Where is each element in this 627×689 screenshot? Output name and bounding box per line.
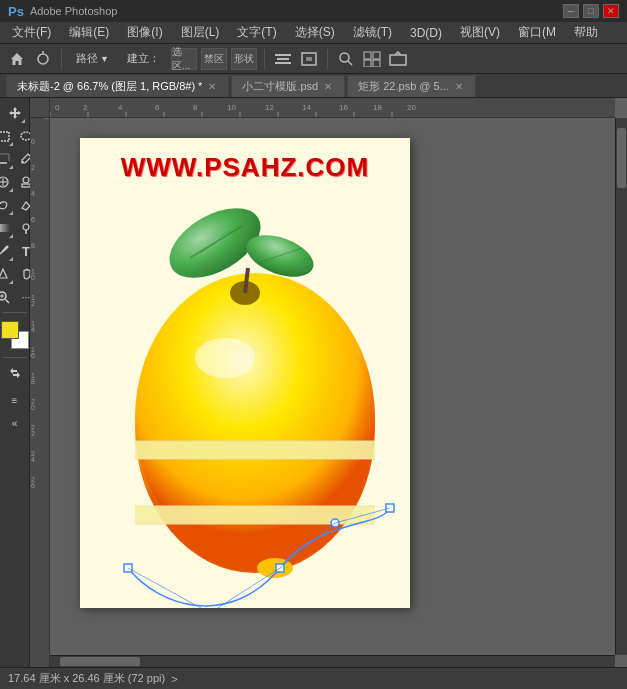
scrollbar-vertical[interactable] [615, 118, 627, 655]
options-toolbar: 路径 ▼ 建立： 选区... 禁区 形状 [0, 44, 627, 74]
svg-line-96 [220, 231, 230, 236]
tab-main[interactable]: 未标题-2 @ 66.7% (图层 1, RGB/8#) * ✕ [6, 75, 229, 97]
svg-point-90 [257, 558, 293, 578]
toolbar-separator-1 [61, 49, 62, 69]
svg-point-28 [23, 224, 29, 230]
svg-text:4: 4 [118, 103, 123, 112]
align-icon[interactable] [272, 48, 294, 70]
anchor-point-2 [276, 564, 284, 572]
close-button[interactable]: ✕ [603, 4, 619, 18]
tab-rect[interactable]: 矩形 22.psb @ 5... ✕ [347, 75, 476, 97]
tool-row-1 [4, 102, 26, 124]
minimize-button[interactable]: ─ [563, 4, 579, 18]
anchor-point-1 [124, 564, 132, 572]
svg-line-102 [335, 508, 390, 523]
svg-text:2: 2 [31, 430, 35, 437]
tool-more-options[interactable]: ≡ [4, 389, 26, 411]
anchor-point-3 [386, 504, 394, 512]
menu-file[interactable]: 文件(F) [4, 22, 59, 43]
svg-line-95 [200, 243, 215, 253]
tool-collapse[interactable]: « [4, 412, 26, 434]
svg-line-99 [128, 568, 210, 608]
tab-template-close[interactable]: ✕ [322, 81, 334, 93]
menu-view[interactable]: 视图(V) [452, 22, 508, 43]
selection-btn[interactable]: 选区... [171, 48, 197, 70]
svg-rect-27 [0, 224, 9, 232]
tool-switch-colors[interactable] [4, 362, 26, 384]
svg-rect-13 [390, 55, 406, 65]
arrange-icon[interactable] [361, 48, 383, 70]
search-icon[interactable] [335, 48, 357, 70]
menu-edit[interactable]: 编辑(E) [61, 22, 117, 43]
menu-layer[interactable]: 图层(L) [173, 22, 228, 43]
tool-zoom[interactable] [0, 286, 14, 308]
tab-rect-label: 矩形 22.psb @ 5... [358, 79, 449, 94]
tool-move[interactable] [4, 102, 26, 124]
menu-help[interactable]: 帮助 [566, 22, 606, 43]
svg-line-8 [348, 61, 352, 65]
svg-rect-2 [275, 54, 291, 56]
menu-text[interactable]: 文字(T) [229, 22, 284, 43]
svg-text:0: 0 [31, 404, 35, 411]
tool-gradient[interactable] [0, 217, 14, 239]
shape-btn[interactable]: 形状 [231, 48, 257, 70]
svg-text:2: 2 [83, 103, 88, 112]
svg-point-81 [136, 284, 374, 572]
svg-rect-3 [277, 58, 289, 60]
tool-heal[interactable] [0, 171, 14, 193]
export-icon[interactable] [387, 48, 409, 70]
menu-select[interactable]: 选择(S) [287, 22, 343, 43]
svg-text:20: 20 [407, 103, 416, 112]
svg-point-93 [158, 194, 273, 292]
canvas-area[interactable]: 0 2 4 6 8 10 12 14 16 18 20 [30, 98, 627, 667]
svg-text:2: 2 [31, 300, 35, 307]
svg-rect-14 [0, 132, 9, 141]
path-dropdown[interactable]: 路径 ▼ [69, 48, 116, 69]
tool-history-brush[interactable] [0, 194, 14, 216]
menu-3d[interactable]: 3D(D) [402, 24, 450, 42]
tool-select-rect[interactable] [0, 125, 14, 147]
svg-text:8: 8 [31, 242, 35, 249]
tool-crop[interactable] [0, 148, 14, 170]
status-dimensions: 17.64 厘米 x 26.46 厘米 (72 ppi) [8, 671, 165, 686]
svg-text:4: 4 [31, 190, 35, 197]
svg-line-94 [190, 226, 242, 258]
home-icon[interactable] [6, 48, 28, 70]
transform-icon[interactable] [298, 48, 320, 70]
scrollbar-horizontal-thumb[interactable] [60, 657, 140, 666]
menu-filter[interactable]: 滤镜(T) [345, 22, 400, 43]
status-arrow[interactable]: > [171, 673, 177, 685]
scrollbar-horizontal[interactable] [50, 655, 615, 667]
tool-pen[interactable] [0, 240, 14, 262]
svg-text:0: 0 [55, 103, 60, 112]
svg-line-92 [245, 268, 248, 293]
app-title: Adobe Photoshop [30, 5, 117, 17]
title-bar-left: Ps Adobe Photoshop [8, 4, 117, 19]
ban-btn[interactable]: 禁区 [201, 48, 227, 70]
color-swatches[interactable] [1, 321, 29, 349]
svg-line-98 [258, 248, 302, 263]
tab-main-label: 未标题-2 @ 66.7% (图层 1, RGB/8#) * [17, 79, 202, 94]
brush-tool-icon[interactable] [32, 48, 54, 70]
svg-text:6: 6 [155, 103, 160, 112]
foreground-color-swatch[interactable] [1, 321, 19, 339]
tab-main-close[interactable]: ✕ [206, 81, 218, 93]
tab-template[interactable]: 小二寸模版.psd ✕ [231, 75, 345, 97]
tab-rect-close[interactable]: ✕ [453, 81, 465, 93]
menu-image[interactable]: 图像(I) [119, 22, 170, 43]
svg-rect-12 [373, 60, 380, 67]
tool-path-select[interactable] [0, 263, 14, 285]
menu-window[interactable]: 窗口(M [510, 22, 564, 43]
svg-text:8: 8 [193, 103, 198, 112]
app-icon: Ps [8, 4, 24, 19]
svg-point-97 [241, 227, 319, 285]
toolbar-separator-2 [264, 49, 265, 69]
main-layout: T ··· [0, 98, 627, 667]
svg-rect-4 [275, 62, 291, 64]
maximize-button[interactable]: □ [583, 4, 599, 18]
window-controls: ─ □ ✕ [563, 4, 619, 18]
svg-point-20 [22, 161, 24, 163]
left-toolbar: T ··· [0, 98, 30, 667]
scrollbar-vertical-thumb[interactable] [617, 128, 626, 188]
svg-text:4: 4 [31, 326, 35, 333]
